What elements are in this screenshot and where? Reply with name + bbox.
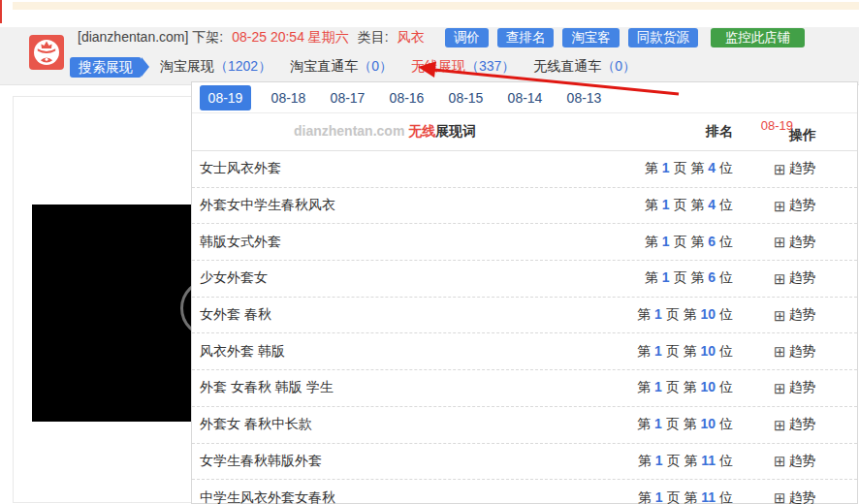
tab-taobao-impressions[interactable]: 淘宝展现（1202）: [160, 58, 271, 76]
table-title-highlight: 无线: [408, 123, 435, 139]
monitor-shop-button[interactable]: 监控此店铺: [711, 28, 806, 47]
trend-label: 趋势: [789, 379, 816, 396]
trend-label: 趋势: [789, 197, 816, 214]
date-tabs-row: 08-1908-1808-1708-1608-1508-1408-13: [192, 82, 857, 113]
trend-expand-icon: ⊞: [774, 490, 786, 504]
trend-expand-icon: ⊞: [774, 381, 786, 395]
keyword-text: 外套女 春秋中长款: [192, 416, 636, 433]
keyword-text: 韩版女式外套: [192, 234, 636, 251]
table-title-rest: 展现词: [435, 123, 476, 139]
offshelf-time: 08-25 20:54 星期六: [232, 29, 349, 47]
trend-expand-icon: ⊞: [774, 344, 786, 359]
action-column-header: 操作: [733, 127, 857, 144]
impression-nav: 搜索展现 淘宝展现（1202） 淘宝直通车（0） 无线展现（337） 无线直通车…: [70, 55, 636, 79]
trend-link[interactable]: ⊞ 趋势: [733, 234, 857, 251]
rank-column-header: 排名: [636, 123, 733, 141]
taobaoke-button[interactable]: 淘宝客: [562, 28, 620, 47]
shop-info-row: [dianzhentan.com] 下架: 08-25 20:54 星期六 类目…: [78, 27, 805, 48]
table-row: 少女外套女 第 1 页 第 6 位 ⊞ 趋势: [192, 261, 857, 298]
top-notice-bar: [13, 2, 859, 10]
table-row: 女外套 春秋 第 1 页 第 10 位 ⊞ 趋势: [192, 298, 857, 334]
left-edge-mark: [0, 0, 2, 23]
date-tab-08-19[interactable]: 08-19: [200, 85, 251, 110]
price-adjust-button[interactable]: 调价: [445, 28, 489, 47]
keyword-table-body: 女士风衣外套 第 1 页 第 4 位 ⊞ 趋势 外套女中学生春秋风衣 第 1 页…: [192, 151, 857, 504]
date-tab-08-15[interactable]: 08-15: [436, 85, 495, 110]
check-rank-button[interactable]: 查排名: [497, 28, 555, 47]
keyword-text: 女士风衣外套: [192, 160, 636, 177]
trend-label: 趋势: [789, 269, 816, 287]
rank-text: 第 1 页 第 10 位: [636, 416, 733, 433]
trend-link[interactable]: ⊞ 趋势: [733, 379, 857, 396]
keyword-text: 少女外套女: [192, 269, 636, 287]
date-badge: 08-19: [761, 118, 793, 133]
shop-label: [dianzhentan.com] 下架:: [78, 29, 223, 47]
keyword-text: 中学生风衣外套女春秋: [192, 489, 636, 504]
category-label: 类目:: [358, 29, 389, 47]
same-item-source-button[interactable]: 同款货源: [628, 28, 698, 47]
table-header-row: dianzhentan.com 无线展现词 排名 操作 08-19: [192, 113, 857, 151]
date-tab-08-18[interactable]: 08-18: [259, 85, 318, 110]
trend-label: 趋势: [789, 306, 816, 324]
trend-link[interactable]: ⊞ 趋势: [733, 160, 857, 177]
trend-expand-icon: ⊞: [774, 418, 786, 432]
trend-link[interactable]: ⊞ 趋势: [733, 453, 857, 470]
table-title: dianzhentan.com 无线展现词: [192, 123, 636, 141]
date-tab-08-13[interactable]: 08-13: [555, 85, 614, 110]
rank-text: 第 1 页 第 10 位: [636, 306, 733, 324]
rank-text: 第 1 页 第 4 位: [636, 197, 733, 214]
tab-wireless-impressions[interactable]: 无线展现（337）: [411, 58, 515, 76]
rank-text: 第 1 页 第 11 位: [636, 489, 733, 504]
trend-link[interactable]: ⊞ 趋势: [733, 269, 857, 287]
table-row: 风衣外套 韩版 第 1 页 第 10 位 ⊞ 趋势: [192, 333, 857, 370]
category-value: 风衣: [398, 29, 425, 47]
trend-expand-icon: ⊞: [774, 162, 786, 176]
date-tab-08-14[interactable]: 08-14: [495, 85, 555, 110]
keyword-text: 女学生春秋韩版外套: [192, 453, 636, 470]
rank-text: 第 1 页 第 4 位: [636, 160, 733, 177]
trend-label: 趋势: [789, 234, 816, 251]
keyword-text: 女外套 春秋: [192, 306, 636, 324]
trend-expand-icon: ⊞: [774, 235, 786, 249]
rank-text: 第 1 页 第 11 位: [636, 453, 733, 470]
table-row: 外套女 春秋中长款 第 1 页 第 10 位 ⊞ 趋势: [192, 407, 857, 444]
wireless-impressions-dropdown: 08-1908-1808-1708-1608-1508-1408-13 dian…: [191, 81, 858, 504]
header-band: [dianzhentan.com] 下架: 08-25 20:54 星期六 类目…: [0, 27, 859, 85]
trend-label: 趋势: [789, 343, 816, 361]
trend-link[interactable]: ⊞ 趋势: [733, 197, 857, 214]
trend-link[interactable]: ⊞ 趋势: [733, 416, 857, 433]
rank-text: 第 1 页 第 10 位: [636, 343, 733, 361]
table-row: 外套女中学生春秋风衣 第 1 页 第 4 位 ⊞ 趋势: [192, 188, 857, 225]
detective-logo-icon: [29, 35, 64, 70]
trend-link[interactable]: ⊞ 趋势: [733, 343, 857, 361]
rank-text: 第 1 页 第 6 位: [636, 234, 733, 251]
date-tab-08-17[interactable]: 08-17: [318, 85, 377, 110]
trend-label: 趋势: [789, 453, 816, 470]
table-row: 外套 女春秋 韩版 学生 第 1 页 第 10 位 ⊞ 趋势: [192, 370, 857, 407]
tab-taobao-ztc[interactable]: 淘宝直通车（0）: [290, 58, 393, 76]
trend-link[interactable]: ⊞ 趋势: [733, 306, 857, 324]
table-row: 女士风衣外套 第 1 页 第 4 位 ⊞ 趋势: [192, 151, 857, 188]
keyword-text: 外套女中学生春秋风衣: [192, 197, 636, 214]
tab-search-impressions[interactable]: 搜索展现: [70, 57, 142, 78]
trend-label: 趋势: [789, 416, 816, 433]
trend-label: 趋势: [789, 489, 816, 504]
table-row: 女学生春秋韩版外套 第 1 页 第 11 位 ⊞ 趋势: [192, 444, 857, 481]
trend-expand-icon: ⊞: [774, 199, 786, 213]
keyword-text: 外套 女春秋 韩版 学生: [192, 379, 636, 396]
tab-wireless-ztc[interactable]: 无线直通车（0）: [533, 58, 636, 76]
trend-expand-icon: ⊞: [774, 271, 786, 286]
product-image: [32, 205, 191, 422]
trend-label: 趋势: [789, 160, 816, 177]
keyword-text: 风衣外套 韩版: [192, 343, 636, 361]
brand-text: dianzhentan.com: [294, 123, 404, 139]
rank-text: 第 1 页 第 6 位: [636, 269, 733, 287]
date-tab-08-16[interactable]: 08-16: [377, 85, 436, 110]
table-row: 中学生风衣外套女春秋 第 1 页 第 11 位 ⊞ 趋势: [192, 480, 857, 504]
trend-link[interactable]: ⊞ 趋势: [733, 489, 857, 504]
trend-expand-icon: ⊞: [774, 454, 786, 468]
rank-text: 第 1 页 第 10 位: [636, 379, 733, 396]
trend-expand-icon: ⊞: [774, 308, 786, 323]
table-row: 韩版女式外套 第 1 页 第 6 位 ⊞ 趋势: [192, 224, 857, 261]
